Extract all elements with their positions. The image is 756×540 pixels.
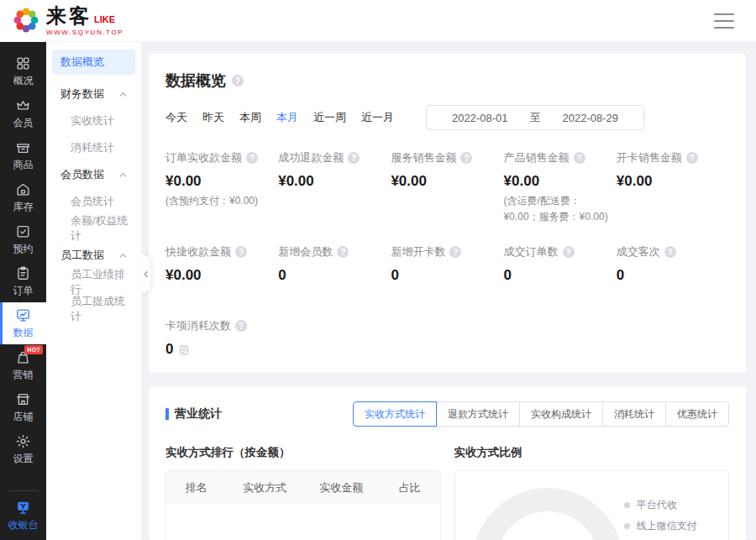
sidebar-item-label: 营销 xyxy=(13,368,34,382)
help-icon[interactable] xyxy=(246,152,258,164)
pinwheel-logo-icon xyxy=(12,6,40,34)
date-filter-row: 今天 昨天 本周 本月 近一周 近一月 2022-08-01 至 2022-08… xyxy=(165,105,729,130)
menu-toggle-icon[interactable] xyxy=(714,13,734,29)
top-header: 来客 LIKE WWW.SQYUN.TOP xyxy=(0,0,756,42)
package-icon xyxy=(15,139,31,155)
sidebar-item-settings[interactable]: 设置 xyxy=(0,428,46,470)
date-range-picker[interactable]: 2022-08-01 至 2022-08-29 xyxy=(426,105,644,130)
date-range-start: 2022-08-01 xyxy=(452,112,508,124)
brand-logo[interactable]: 来客 LIKE WWW.SQYUN.TOP xyxy=(12,6,123,36)
stat-card-consumption-count: 卡项消耗次数 0 xyxy=(165,318,278,358)
page-title: 数据概览 xyxy=(165,71,226,91)
warehouse-icon xyxy=(15,181,31,197)
legend-item[interactable]: 线上微信支付 xyxy=(624,519,708,533)
stat-quick-payment: 快捷收款金额 ¥0.00 xyxy=(165,244,278,298)
business-stats-card: 营业统计 实收方式统计 退款方式统计 实收构成统计 消耗统计 优惠统计 实收方式… xyxy=(149,386,746,540)
clipboard-icon xyxy=(15,265,31,281)
legend-item[interactable]: 平台代收 xyxy=(624,498,708,512)
date-range-separator: 至 xyxy=(530,110,541,125)
cashier-icon xyxy=(15,500,31,516)
stat-refund-amount: 成功退款金额 ¥0.00 xyxy=(278,150,391,224)
sidebar-item-marketing[interactable]: HOT 营销 xyxy=(0,344,46,386)
sidebar-item-overview[interactable]: 概况 xyxy=(0,50,46,92)
gear-icon xyxy=(15,433,31,449)
stats-row-2: 快捷收款金额 ¥0.00 新增会员数 0 新增开卡数 0 成交订单数 0 xyxy=(165,244,729,298)
tab-discount-stats[interactable]: 优惠统计 xyxy=(665,401,729,427)
nav-member-stats[interactable]: 会员统计 xyxy=(52,188,135,215)
sidebar-item-inventory[interactable]: 库存 xyxy=(0,176,46,218)
chevron-up-icon xyxy=(119,172,127,177)
monitor-chart-icon xyxy=(15,307,31,323)
sidebar-divider xyxy=(8,490,39,491)
sidebar-item-data[interactable]: 数据 xyxy=(0,302,46,344)
help-icon[interactable] xyxy=(574,152,585,164)
nav-income-stats[interactable]: 实收统计 xyxy=(52,107,135,134)
section-accent-bar xyxy=(165,408,169,420)
donut-chart-panel: 总金额 ¥0.00 平台代收 线上微信支付 现金 其他 微信（记账） 支付宝（ xyxy=(454,470,730,540)
sidebar-item-shop[interactable]: 店铺 xyxy=(0,386,46,428)
sidebar-item-orders[interactable]: 订单 xyxy=(0,260,46,302)
stat-product-sales: 产品销售金额 ¥0.00 (含运费/配送费：¥0.00；服务费：¥0.00) xyxy=(504,150,617,224)
sidebar-item-cashier[interactable]: 收银台 xyxy=(0,495,46,537)
calendar-check-icon xyxy=(15,223,31,239)
filter-last-month[interactable]: 近一月 xyxy=(361,110,394,125)
filter-last-week[interactable]: 近一周 xyxy=(313,110,346,125)
nav-balance-rights-stats[interactable]: 余额/权益统计 xyxy=(52,215,135,242)
stats-row-1: 订单实收款金额 ¥0.00 (含预约支付：¥0.00) 成功退款金额 ¥0.00… xyxy=(165,150,729,224)
legend-dot xyxy=(624,523,630,529)
stat-new-members: 新增会员数 0 xyxy=(278,244,391,298)
tab-income-composition-stats[interactable]: 实收构成统计 xyxy=(519,401,603,427)
hot-badge: HOT xyxy=(24,345,43,354)
help-icon[interactable] xyxy=(235,320,247,332)
main-content: 数据概览 今天 昨天 本周 本月 近一周 近一月 2022-08-01 至 20… xyxy=(142,42,756,540)
help-icon[interactable] xyxy=(686,152,698,164)
filter-today[interactable]: 今天 xyxy=(165,110,187,125)
income-method-ratio-panel: 实收方式比例 总金额 ¥0.00 平台代收 线 xyxy=(454,445,730,540)
nav-data-overview[interactable]: 数据概览 xyxy=(52,50,135,75)
income-method-ranking-panel: 实收方式排行（按金额） 排名 实收方式 实收金额 占比 xyxy=(165,445,441,540)
tab-refund-method-stats[interactable]: 退款方式统计 xyxy=(436,401,520,427)
help-icon[interactable] xyxy=(235,246,247,258)
help-icon[interactable] xyxy=(664,246,676,258)
nav-staff-performance-ranking[interactable]: 员工业绩排行 xyxy=(52,269,135,296)
nav-group-finance-data[interactable]: 财务数据 xyxy=(52,81,135,107)
crown-icon xyxy=(15,97,31,113)
ranking-table-header: 排名 实收方式 实收金额 占比 xyxy=(166,471,440,505)
ranking-table: 排名 实收方式 实收金额 占比 xyxy=(165,470,441,540)
donut-chart: 总金额 ¥0.00 xyxy=(472,488,623,540)
help-icon[interactable] xyxy=(232,75,244,87)
brand-name: 来客 xyxy=(46,6,92,26)
help-icon[interactable] xyxy=(348,152,360,164)
sidebar-item-members[interactable]: 会员 xyxy=(0,92,46,134)
sidebar-item-products[interactable]: 商品 xyxy=(0,134,46,176)
nav-group-staff-data[interactable]: 员工数据 xyxy=(52,242,135,269)
stat-customer-visits: 成交客次 0 xyxy=(617,244,729,298)
ratio-panel-title: 实收方式比例 xyxy=(454,445,730,460)
help-icon[interactable] xyxy=(563,246,575,258)
stat-service-sales: 服务销售金额 ¥0.00 xyxy=(391,150,503,224)
chevron-left-icon xyxy=(143,270,149,278)
filter-yesterday[interactable]: 昨天 xyxy=(202,110,224,125)
record-detail-icon[interactable] xyxy=(178,343,190,355)
tab-income-method-stats[interactable]: 实收方式统计 xyxy=(353,401,437,427)
stat-order-income: 订单实收款金额 ¥0.00 (含预约支付：¥0.00) xyxy=(165,150,278,224)
sidebar-item-booking[interactable]: 预约 xyxy=(0,218,46,260)
stat-card-sales: 开卡销售金额 ¥0.00 xyxy=(617,150,729,224)
filter-this-week[interactable]: 本周 xyxy=(239,110,261,125)
filter-this-month[interactable]: 本月 xyxy=(276,110,298,125)
help-icon[interactable] xyxy=(460,152,472,164)
tab-consumption-stats[interactable]: 消耗统计 xyxy=(602,401,666,427)
chevron-up-icon xyxy=(119,253,127,258)
help-icon[interactable] xyxy=(337,246,349,258)
ranking-panel-title: 实收方式排行（按金额） xyxy=(165,445,441,460)
help-icon[interactable] xyxy=(449,246,461,258)
collapse-sidebar-handle[interactable] xyxy=(140,254,150,293)
sidebar-item-label: 设置 xyxy=(13,452,34,466)
nav-consumption-stats[interactable]: 消耗统计 xyxy=(52,134,135,161)
nav-staff-commission-stats[interactable]: 员工提成统计 xyxy=(52,296,135,322)
stat-completed-orders: 成交订单数 0 xyxy=(504,244,617,298)
sidebar-item-label: 订单 xyxy=(13,284,34,298)
nav-group-member-data[interactable]: 会员数据 xyxy=(52,161,135,188)
storefront-icon xyxy=(15,391,31,407)
date-range-end: 2022-08-29 xyxy=(563,112,619,124)
